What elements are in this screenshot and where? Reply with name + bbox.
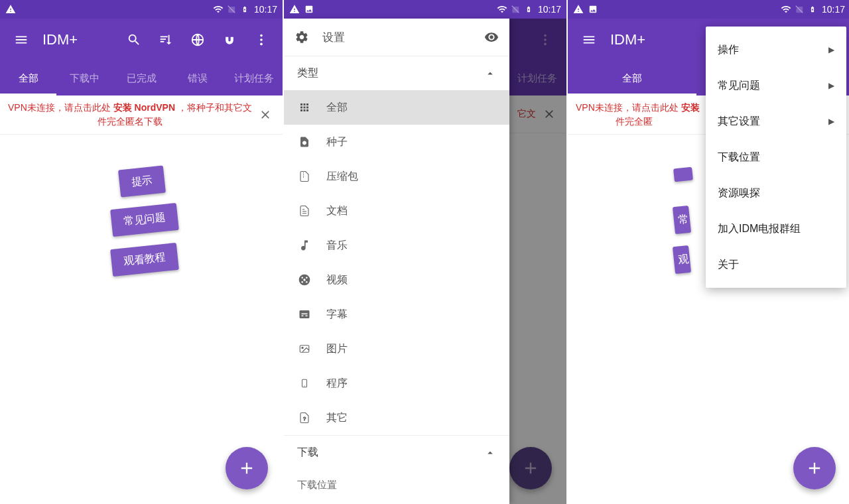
fab-add[interactable] — [226, 447, 268, 489]
wifi-icon — [213, 4, 224, 15]
chip-tutorial-partial: 观 — [673, 245, 691, 274]
type-torrent[interactable]: 种子 — [284, 125, 509, 159]
tab-all[interactable]: 全部 — [0, 61, 56, 95]
chevron-up-icon — [484, 68, 496, 80]
tab-error[interactable]: 错误 — [170, 61, 226, 95]
vpn-banner-close[interactable] — [252, 101, 279, 128]
phone-screen-1: 10:17 IDM+ 全部 下载中 已完成 错误 计划任务 VPN未连接，请点击… — [0, 0, 283, 504]
eye-icon[interactable] — [484, 30, 499, 44]
battery-charging-icon — [523, 4, 534, 15]
svg-point-3 — [260, 43, 263, 46]
drawer-settings[interactable]: 设置 — [284, 19, 509, 56]
video-icon — [297, 273, 312, 287]
drawer-section-downloads[interactable]: 下载 — [284, 435, 509, 470]
downloads-label: 下载 — [297, 446, 318, 460]
type-subtitle[interactable]: 字幕 — [284, 297, 509, 332]
gear-icon — [294, 30, 309, 44]
status-time: 10:17 — [254, 4, 277, 15]
more-button[interactable] — [245, 24, 277, 56]
magnet-button[interactable] — [214, 24, 245, 56]
image-icon — [588, 4, 598, 15]
unknown-file-icon: ? — [297, 410, 312, 425]
hint-chips: 提示 常见问题 观看教程 — [0, 135, 283, 267]
svg-point-1 — [260, 34, 263, 37]
overflow-menu: 操作▶ 常见问题▶ 其它设置▶ 下载位置 资源嗅探 加入IDM电报群组 关于 — [706, 27, 846, 288]
picture-icon — [297, 342, 312, 356]
no-sim-icon — [510, 4, 521, 15]
app-title: IDM+ — [42, 31, 78, 48]
app-title: IDM+ — [610, 31, 645, 48]
svg-point-11 — [306, 281, 308, 283]
menu-download-location[interactable]: 下载位置 — [706, 139, 846, 175]
drawer-section-types[interactable]: 类型 — [284, 56, 509, 90]
warning-icon — [289, 4, 300, 15]
chip-faq[interactable]: 常见问题 — [110, 203, 179, 237]
status-bar: 10:17 — [0, 0, 283, 19]
chevron-right-icon: ▶ — [828, 45, 834, 54]
torrent-icon — [297, 135, 312, 149]
drawer-download-location[interactable]: 下载位置 — [284, 470, 509, 501]
app-bar: IDM+ — [0, 19, 283, 61]
type-music[interactable]: 音乐 — [284, 228, 509, 263]
tab-completed[interactable]: 已完成 — [113, 61, 169, 95]
type-video[interactable]: 视频 — [284, 263, 509, 297]
image-icon — [304, 4, 314, 15]
warning-icon — [573, 4, 584, 15]
sort-button[interactable] — [150, 24, 182, 56]
chevron-right-icon: ▶ — [828, 117, 834, 126]
svg-point-10 — [301, 281, 303, 283]
wifi-icon — [781, 4, 791, 15]
drawer-settings-label: 设置 — [322, 30, 471, 45]
menu-about[interactable]: 关于 — [706, 247, 846, 283]
browser-button[interactable] — [182, 24, 214, 56]
chip-tutorial[interactable]: 观看教程 — [110, 243, 179, 277]
subtitle-icon — [297, 307, 312, 322]
phone-screen-2: 10:17 计划任务 它文 设置 类型 全部 种子 压缩包 — [284, 0, 566, 504]
vpn-banner-text: VPN未连接，请点击此处 安装 NordVPN ，将种子和其它文件完全匿名下载 — [8, 101, 252, 129]
nav-drawer: 设置 类型 全部 种子 压缩包 文档 音乐 视频 字幕 图片 程序 ?其它 下载… — [284, 19, 509, 504]
svg-text:?: ? — [303, 416, 306, 422]
type-archive[interactable]: 压缩包 — [284, 159, 509, 194]
menu-actions[interactable]: 操作▶ — [706, 32, 846, 68]
menu-telegram[interactable]: 加入IDM电报群组 — [706, 211, 846, 247]
grid-icon — [297, 100, 312, 115]
document-icon — [297, 204, 312, 218]
fab-add[interactable] — [793, 447, 836, 489]
type-program[interactable]: 程序 — [284, 366, 509, 401]
status-time: 10:17 — [822, 4, 845, 15]
menu-button[interactable] — [5, 24, 37, 56]
chip-tip[interactable]: 提示 — [118, 166, 166, 198]
svg-point-12 — [303, 279, 305, 281]
music-icon — [297, 238, 312, 253]
tab-all[interactable]: 全部 — [568, 61, 696, 95]
vpn-banner[interactable]: VPN未连接，请点击此处 安装 NordVPN ，将种子和其它文件完全匿名下载 — [0, 95, 283, 135]
chip-tip-partial — [673, 167, 693, 182]
phone-screen-3: 10:17 IDM+ 全部 下载中 VPN未连接，请点击此处 安装件完全匿 常 … — [568, 0, 849, 504]
battery-charging-icon — [807, 4, 818, 15]
status-bar: 10:17 — [284, 0, 566, 19]
tabs: 全部 下载中 已完成 错误 计划任务 — [0, 61, 283, 95]
search-button[interactable] — [118, 24, 150, 56]
type-all[interactable]: 全部 — [284, 90, 509, 125]
tab-downloading[interactable]: 下载中 — [56, 61, 113, 95]
svg-point-14 — [302, 347, 303, 348]
menu-button[interactable] — [573, 24, 605, 56]
no-sim-icon — [794, 4, 805, 15]
chip-faq-partial: 常 — [673, 206, 691, 234]
type-other[interactable]: ?其它 — [284, 401, 509, 435]
battery-charging-icon — [239, 4, 250, 15]
chevron-up-icon — [484, 447, 496, 459]
type-document[interactable]: 文档 — [284, 194, 509, 228]
tab-scheduled[interactable]: 计划任务 — [226, 61, 283, 95]
wifi-icon — [497, 4, 507, 15]
warning-icon — [5, 4, 16, 15]
types-label: 类型 — [297, 66, 318, 80]
svg-point-9 — [306, 277, 308, 279]
menu-other-settings[interactable]: 其它设置▶ — [706, 103, 846, 139]
menu-faq[interactable]: 常见问题▶ — [706, 68, 846, 103]
svg-point-2 — [260, 38, 263, 41]
menu-sniffer[interactable]: 资源嗅探 — [706, 175, 846, 211]
type-image[interactable]: 图片 — [284, 332, 509, 366]
chevron-right-icon: ▶ — [828, 81, 834, 90]
status-bar: 10:17 — [568, 0, 849, 19]
